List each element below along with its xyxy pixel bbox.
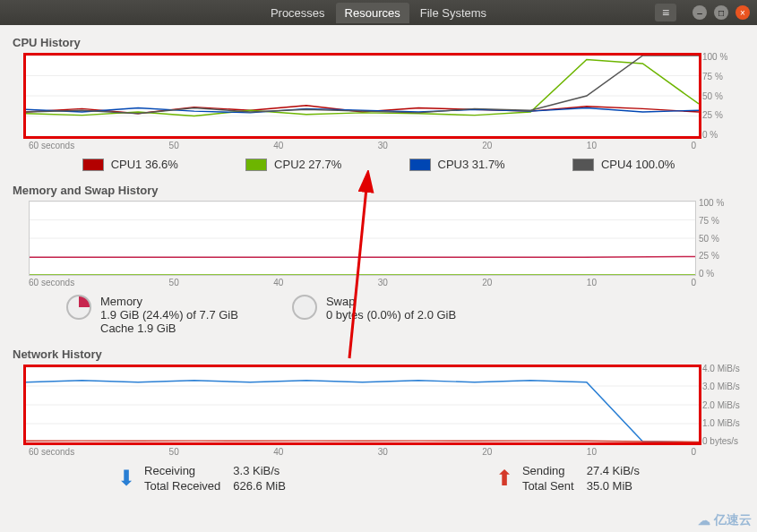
cpu-legend: CPU1 36.6%CPU2 27.7%CPU3 31.7%CPU4 100.0… xyxy=(48,158,709,171)
send-rate: 27.4 KiB/s xyxy=(587,464,640,477)
tab-bar: Processes Resources File Systems xyxy=(262,3,495,23)
send-total: 35.0 MiB xyxy=(587,479,640,493)
tab-resources[interactable]: Resources xyxy=(336,3,409,23)
legend-cpu3[interactable]: CPU3 31.7% xyxy=(409,158,505,171)
recv-total-label: Total Received xyxy=(144,479,220,493)
cpu-chart: 100 %75 %50 %25 %0 % xyxy=(23,53,701,139)
net-receiving[interactable]: ⬇ Receiving 3.3 KiB/s Total Received 626… xyxy=(117,464,286,493)
memory-detail: 1.9 GiB (24.4%) of 7.7 GiB xyxy=(100,308,238,322)
maximize-button[interactable]: □ xyxy=(714,5,728,20)
tab-processes[interactable]: Processes xyxy=(262,3,334,23)
net-y-axis: 4.0 MiB/s3.0 MiB/s2.0 MiB/s1.0 MiB/s0 by… xyxy=(702,364,744,446)
net-x-axis: 60 seconds50403020100 xyxy=(29,447,696,457)
watermark: ☁ 亿速云 xyxy=(698,512,752,528)
memory-label: Memory xyxy=(100,295,238,308)
send-label: Sending xyxy=(522,464,574,477)
upload-arrow-icon: ⬆ xyxy=(495,466,513,491)
legend-cpu1[interactable]: CPU1 36.6% xyxy=(82,158,178,171)
memory-pie-icon xyxy=(66,295,91,320)
recv-rate: 3.3 KiB/s xyxy=(233,464,286,477)
mem-x-axis: 60 seconds50403020100 xyxy=(29,278,696,287)
swap-label: Swap xyxy=(326,295,456,308)
swatch-icon xyxy=(245,159,267,171)
memory-usage[interactable]: Memory 1.9 GiB (24.4%) of 7.7 GiB Cache … xyxy=(66,295,238,335)
swap-pie-icon xyxy=(292,295,317,320)
mem-chart: 100 %75 %50 %25 %0 % xyxy=(29,201,696,276)
cpu-x-axis: 60 seconds50403020100 xyxy=(29,141,696,150)
menu-button[interactable]: ≡ xyxy=(655,4,676,21)
download-arrow-icon: ⬇ xyxy=(117,466,135,491)
swatch-icon xyxy=(572,159,594,171)
window-controls: ≡ – □ × xyxy=(655,4,750,21)
recv-total: 626.6 MiB xyxy=(233,479,286,493)
swap-usage[interactable]: Swap 0 bytes (0.0%) of 2.0 GiB xyxy=(292,295,456,335)
swatch-icon xyxy=(409,159,431,171)
cpu-y-axis: 100 %75 %50 %25 %0 % xyxy=(702,52,744,140)
swap-detail: 0 bytes (0.0%) of 2.0 GiB xyxy=(326,308,456,322)
close-button[interactable]: × xyxy=(735,5,750,20)
tab-filesystems[interactable]: File Systems xyxy=(411,3,495,23)
cpu-section-title: CPU History xyxy=(13,36,744,49)
titlebar: Processes Resources File Systems ≡ – □ × xyxy=(0,0,757,25)
cloud-icon: ☁ xyxy=(698,513,710,528)
mem-section-title: Memory and Swap History xyxy=(13,184,744,197)
net-section-title: Network History xyxy=(13,348,744,361)
legend-cpu2[interactable]: CPU2 27.7% xyxy=(245,158,341,171)
send-total-label: Total Sent xyxy=(522,479,574,493)
minimize-button[interactable]: – xyxy=(692,5,707,20)
mem-y-axis: 100 %75 %50 %25 %0 % xyxy=(699,198,740,279)
net-chart: 4.0 MiB/s3.0 MiB/s2.0 MiB/s1.0 MiB/s0 by… xyxy=(23,365,701,445)
recv-label: Receiving xyxy=(144,464,220,477)
memory-cache: Cache 1.9 GiB xyxy=(100,322,238,335)
legend-cpu4[interactable]: CPU4 100.0% xyxy=(572,158,675,171)
net-sending[interactable]: ⬆ Sending 27.4 KiB/s Total Sent 35.0 MiB xyxy=(495,464,640,493)
swatch-icon xyxy=(82,159,104,171)
